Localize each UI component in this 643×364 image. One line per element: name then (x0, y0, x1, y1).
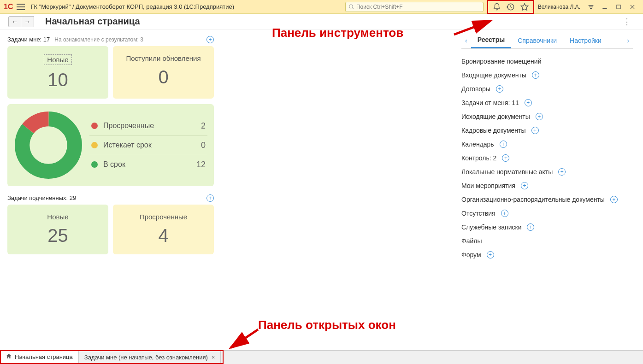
tasks-sub-title[interactable]: Задачи подчиненных: 29 (7, 194, 76, 201)
registry-item[interactable]: Локальные нормативные акты+ (461, 165, 633, 179)
registry-list: Бронирование помещенийВходящие документы… (461, 49, 633, 267)
legend-value: 2 (201, 121, 206, 131)
registry-add-icon[interactable]: + (536, 113, 543, 120)
legend-row-ontime[interactable]: В срок 12 (89, 155, 207, 174)
legend-row-expiring[interactable]: Истекает срок 0 (89, 136, 207, 155)
registry-item[interactable]: Служебные записки+ (461, 220, 633, 234)
menu-burger-icon[interactable] (17, 4, 25, 10)
registry-item-label: Организационно-распорядительные документ… (461, 196, 605, 203)
registry-item-label: Контроль: 2 (461, 154, 496, 162)
registry-item[interactable]: Кадровые документы+ (461, 123, 633, 137)
registry-item-label: Локальные нормативные акты (461, 168, 553, 176)
tasks-mine-add[interactable]: + (206, 36, 214, 43)
registry-item[interactable]: Календарь+ (461, 137, 633, 151)
tasks-mine-subtitle[interactable]: На ознакомление с результатом: 3 (54, 36, 143, 43)
annotation-tools-arrow-icon (452, 18, 498, 41)
dot-yellow-icon (91, 142, 98, 148)
right-column: ‹ Реестры Справочники Настройки › Бронир… (459, 29, 643, 349)
bell-icon[interactable] (492, 2, 502, 12)
registry-item-label: Кадровые документы (461, 127, 526, 134)
registry-add-icon[interactable]: + (521, 182, 528, 189)
registry-item-label: Исходящие документы (461, 113, 530, 120)
tab-directories[interactable]: Справочники (511, 33, 563, 48)
registry-add-icon[interactable]: + (500, 141, 507, 148)
tab-settings[interactable]: Настройки (563, 33, 608, 48)
card-new-value: 10 (12, 70, 104, 90)
registry-item-label: Мои мероприятия (461, 182, 515, 189)
nav-back-button[interactable]: ← (8, 16, 21, 27)
legend-value: 0 (201, 141, 206, 150)
task-tab-home[interactable]: Начальная страница (0, 351, 79, 364)
registry-add-icon[interactable]: + (527, 223, 534, 231)
registry-item[interactable]: Задачи от меня: 11+ (461, 96, 633, 110)
tasks-mine-header: Задачи мне: 17 На ознакомление с результ… (7, 36, 214, 43)
tabs-right-arrow-icon[interactable]: › (623, 34, 633, 47)
card-sub-overdue[interactable]: Просроченные 4 (113, 205, 214, 254)
card-sub-overdue-value: 4 (118, 225, 209, 246)
annotation-tools-label: Панель инструментов (272, 26, 403, 40)
card-new-tasks[interactable]: Новые 10 (7, 46, 108, 99)
registry-add-icon[interactable]: + (525, 99, 532, 106)
task-tab-close-icon[interactable]: × (212, 354, 215, 361)
app-logo: 1C (4, 3, 13, 11)
registry-item[interactable]: Входящие документы+ (461, 68, 633, 82)
registry-item[interactable]: Отсутствия+ (461, 206, 633, 220)
registry-item[interactable]: Бронирование помещений (461, 54, 633, 68)
registry-item-label: Бронирование помещений (461, 58, 541, 65)
tasks-mine-title[interactable]: Задачи мне: 17 (7, 36, 50, 43)
legend-value: 12 (196, 160, 206, 170)
registry-add-icon[interactable]: + (487, 251, 494, 258)
legend-row-overdue[interactable]: Просроченные 2 (89, 117, 207, 136)
toolbar-panel (487, 0, 534, 14)
card-sub-new-label: Новые (12, 213, 104, 221)
registry-add-icon[interactable]: + (558, 168, 566, 176)
registry-item[interactable]: Исходящие документы+ (461, 110, 633, 123)
svg-rect-7 (617, 5, 620, 8)
dot-green-icon (91, 161, 98, 168)
card-sub-new[interactable]: Новые 25 (7, 205, 108, 254)
card-updates-value: 0 (118, 67, 209, 88)
registry-item[interactable]: Договоры+ (461, 82, 633, 96)
card-updates[interactable]: Поступили обновления 0 (113, 46, 214, 99)
history-icon[interactable] (506, 2, 516, 12)
tasks-sub-header: Задачи подчиненных: 29 + (7, 194, 214, 202)
registry-item-label: Файлы (461, 237, 482, 245)
registry-add-icon[interactable]: + (501, 210, 508, 217)
registry-add-icon[interactable]: + (496, 85, 503, 93)
star-icon[interactable] (519, 2, 530, 12)
card-updates-label: Поступили обновления (118, 54, 209, 62)
legend-label: Просроченные (103, 122, 154, 130)
maximize-icon[interactable] (614, 2, 624, 12)
registry-item[interactable]: Мои мероприятия+ (461, 179, 633, 193)
annotation-windows-label: Панель открытых окон (258, 318, 396, 332)
registry-item[interactable]: Организационно-распорядительные документ… (461, 193, 633, 206)
tasks-sub-add[interactable]: + (206, 194, 214, 202)
kebab-menu-icon[interactable]: ⋮ (619, 17, 635, 27)
svg-marker-2 (521, 3, 528, 10)
donut-card[interactable]: Просроченные 2 Истекает срок 0 В срок 12 (7, 104, 214, 186)
close-icon[interactable] (627, 2, 637, 12)
settings-lines-icon[interactable] (586, 2, 596, 12)
registry-add-icon[interactable]: + (531, 127, 539, 134)
registry-item-label: Отсутствия (461, 210, 496, 217)
nav-forward-button[interactable]: → (21, 16, 34, 27)
minimize-icon[interactable] (600, 2, 610, 12)
registry-item[interactable]: Контроль: 2+ (461, 151, 633, 165)
titlebar: 1C ГК "Меркурий" / Документооборот КОРП,… (0, 0, 643, 14)
registry-item-label: Входящие документы (461, 71, 526, 79)
card-sub-new-value: 25 (12, 225, 104, 246)
tasks-sub-cards: Новые 25 Просроченные 4 (7, 205, 214, 254)
registry-item-label: Форум (461, 251, 481, 258)
registry-add-icon[interactable]: + (532, 71, 539, 79)
task-tab-tasks-mine[interactable]: Задачи мне (не начатые, без ознакомления… (79, 351, 221, 364)
card-new-label: Новые (44, 54, 71, 65)
registry-item-label: Задачи от меня: 11 (461, 99, 519, 106)
dot-red-icon (91, 123, 98, 129)
search-box[interactable] (345, 2, 484, 12)
registry-add-icon[interactable]: + (610, 196, 618, 203)
username-label[interactable]: Великанова Л.А. (538, 4, 580, 10)
search-input[interactable] (356, 4, 480, 10)
registry-item[interactable]: Файлы (461, 234, 633, 248)
registry-item[interactable]: Форум+ (461, 248, 633, 262)
registry-add-icon[interactable]: + (502, 154, 509, 162)
